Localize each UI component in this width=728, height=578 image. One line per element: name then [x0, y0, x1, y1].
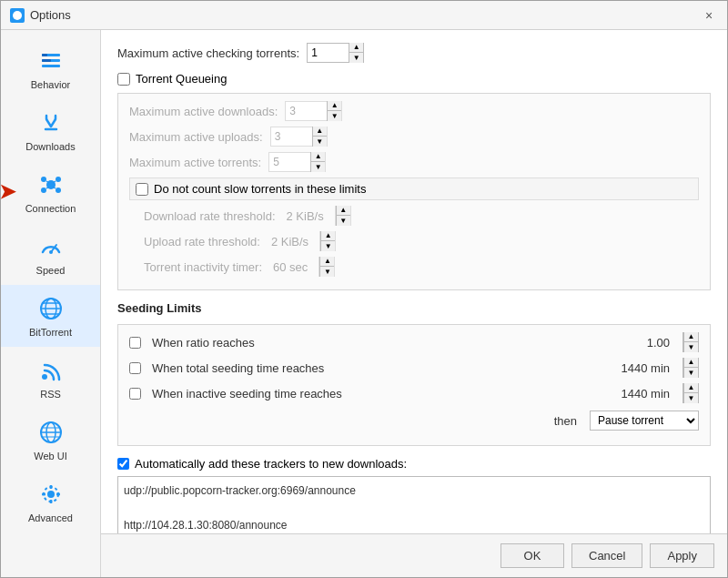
- spinner-up-ur[interactable]: ▲: [320, 231, 335, 241]
- upload-rate-value: 2 KiB/s: [271, 235, 308, 248]
- svg-point-9: [56, 177, 61, 182]
- dialog-body: Behavior Downloads ➤: [1, 30, 727, 577]
- sidebar-item-bittorrent[interactable]: BitTorrent: [1, 285, 100, 347]
- max-downloads-label: Maximum active downloads:: [129, 105, 278, 118]
- spinner-down-wr[interactable]: ▼: [683, 342, 698, 352]
- max-uploads-row: Maximum active uploads: ▲ ▼: [129, 127, 699, 147]
- speed-icon: [36, 232, 66, 261]
- max-downloads-row: Maximum active downloads: ▲ ▼: [129, 101, 699, 121]
- spinner-up-wr[interactable]: ▲: [683, 332, 698, 342]
- when-seeding-time-row: When total seeding time reaches 1440 min…: [129, 358, 699, 378]
- svg-rect-33: [42, 493, 46, 496]
- sidebar-item-behavior[interactable]: Behavior: [1, 37, 100, 99]
- inactivity-timer-spinner[interactable]: ▲ ▼: [318, 257, 335, 277]
- sidebar-label-advanced: Advanced: [28, 512, 73, 523]
- max-downloads-spinner[interactable]: ▲ ▼: [285, 101, 342, 121]
- sidebar: Behavior Downloads ➤: [1, 30, 101, 577]
- spinner-down-dr[interactable]: ▼: [336, 216, 350, 226]
- ok-button[interactable]: OK: [500, 543, 564, 568]
- spinner-btns-dl: ▲ ▼: [327, 101, 341, 121]
- svg-point-11: [56, 188, 61, 193]
- sidebar-label-bittorrent: BitTorrent: [29, 327, 72, 338]
- when-ratio-label: When ratio reaches: [152, 336, 255, 350]
- when-ratio-checkbox[interactable]: [129, 337, 141, 349]
- svg-rect-4: [42, 54, 47, 56]
- spinner-up-it[interactable]: ▲: [319, 257, 334, 267]
- seeding-limits-title: Seeding Limits: [117, 301, 711, 315]
- then-row: then Pause torrent Remove torrent Stop s…: [129, 411, 699, 431]
- spinner-up-ul[interactable]: ▲: [312, 127, 327, 137]
- max-uploads-label: Maximum active uploads:: [129, 130, 263, 144]
- svg-point-0: [13, 11, 22, 20]
- upload-rate-spinner[interactable]: ▲ ▼: [319, 231, 336, 251]
- sidebar-item-advanced[interactable]: Advanced: [1, 471, 100, 532]
- spinner-down-ur[interactable]: ▼: [320, 241, 335, 251]
- do-not-count-checkbox[interactable]: [136, 183, 148, 196]
- title-bar-left: Options: [10, 8, 71, 23]
- footer: OK Cancel Apply: [101, 533, 727, 577]
- svg-point-29: [47, 491, 55, 498]
- max-active-checking-input[interactable]: 1: [308, 44, 349, 62]
- spinner-btns-wst: ▲ ▼: [683, 358, 698, 378]
- upload-rate-label: Upload rate threshold:: [144, 235, 260, 248]
- spinner-up-wis[interactable]: ▲: [683, 383, 698, 393]
- when-inactive-seeding-spinner[interactable]: ▲ ▼: [682, 383, 699, 403]
- spinner-btns-ur: ▲ ▼: [320, 231, 335, 251]
- behavior-icon: [36, 46, 66, 76]
- cancel-button[interactable]: Cancel: [571, 543, 642, 568]
- spinner-up-dl[interactable]: ▲: [327, 101, 341, 111]
- sidebar-item-downloads[interactable]: Downloads: [1, 99, 100, 161]
- spinner-down-wis[interactable]: ▼: [683, 393, 698, 403]
- spinner-down-wst[interactable]: ▼: [683, 368, 698, 378]
- sidebar-item-speed[interactable]: Speed: [1, 223, 100, 285]
- rss-icon: [36, 356, 66, 385]
- sidebar-item-connection[interactable]: ➤ Connection: [1, 161, 100, 223]
- dialog-title: Options: [30, 8, 71, 22]
- max-active-checking-row: Maximum active checking torrents: 1 ▲ ▼: [117, 43, 711, 63]
- when-inactive-seeding-row: When inactive seeding time reaches 1440 …: [129, 383, 699, 403]
- close-button[interactable]: ×: [700, 6, 718, 25]
- advanced-icon: [36, 480, 66, 509]
- seeding-limits-group: When ratio reaches 1.00 ▲ ▼ When total s…: [117, 324, 711, 446]
- svg-rect-5: [42, 59, 51, 62]
- download-rate-row: Download rate threshold: 2 KiB/s ▲ ▼: [144, 206, 699, 226]
- apply-button[interactable]: Apply: [650, 543, 714, 568]
- svg-rect-34: [56, 493, 60, 496]
- svg-rect-32: [49, 500, 52, 503]
- app-icon: [10, 8, 25, 23]
- max-uploads-input[interactable]: [271, 127, 312, 146]
- do-not-count-row: Do not count slow torrents in these limi…: [129, 177, 699, 200]
- spinner-down-mt[interactable]: ▼: [310, 162, 325, 172]
- spinner-down-it[interactable]: ▼: [319, 267, 334, 277]
- when-seeding-time-spinner[interactable]: ▲ ▼: [682, 358, 699, 378]
- spinner-up[interactable]: ▲: [349, 43, 363, 53]
- max-torrents-input[interactable]: [269, 153, 310, 171]
- then-dropdown[interactable]: Pause torrent Remove torrent Stop seedin…: [590, 411, 699, 431]
- sidebar-item-webui[interactable]: Web UI: [1, 409, 100, 471]
- max-active-checking-spinner[interactable]: 1 ▲ ▼: [307, 43, 364, 63]
- when-ratio-spinner[interactable]: ▲ ▼: [682, 332, 699, 352]
- when-inactive-seeding-value: 1440 min: [622, 387, 670, 401]
- spinner-down[interactable]: ▼: [349, 53, 363, 63]
- when-ratio-row: When ratio reaches 1.00 ▲ ▼: [129, 332, 699, 352]
- auto-add-trackers-checkbox[interactable]: [117, 458, 129, 470]
- sidebar-label-webui: Web UI: [34, 451, 66, 461]
- download-rate-spinner[interactable]: ▲ ▼: [335, 206, 351, 226]
- sidebar-label-speed: Speed: [36, 265, 66, 276]
- max-torrents-spinner[interactable]: ▲ ▼: [268, 152, 326, 172]
- spinner-down-dl[interactable]: ▼: [327, 111, 341, 121]
- inactivity-timer-value: 60 sec: [273, 260, 308, 274]
- when-inactive-seeding-checkbox[interactable]: [129, 388, 141, 400]
- spinner-up-dr[interactable]: ▲: [336, 206, 350, 216]
- spinner-btns-ul: ▲ ▼: [312, 127, 327, 147]
- max-downloads-input[interactable]: [286, 102, 327, 120]
- sidebar-label-connection: Connection: [25, 203, 76, 214]
- torrent-queueing-checkbox[interactable]: [117, 73, 130, 86]
- sidebar-item-rss[interactable]: RSS: [1, 347, 100, 409]
- spinner-down-ul[interactable]: ▼: [312, 137, 327, 147]
- spinner-up-wst[interactable]: ▲: [683, 358, 698, 368]
- max-uploads-spinner[interactable]: ▲ ▼: [270, 127, 328, 147]
- tracker-urls-textarea[interactable]: udp://public.popcorn-tracker.org:6969/an…: [117, 476, 711, 533]
- spinner-up-mt[interactable]: ▲: [310, 152, 325, 162]
- when-seeding-time-checkbox[interactable]: [129, 362, 141, 374]
